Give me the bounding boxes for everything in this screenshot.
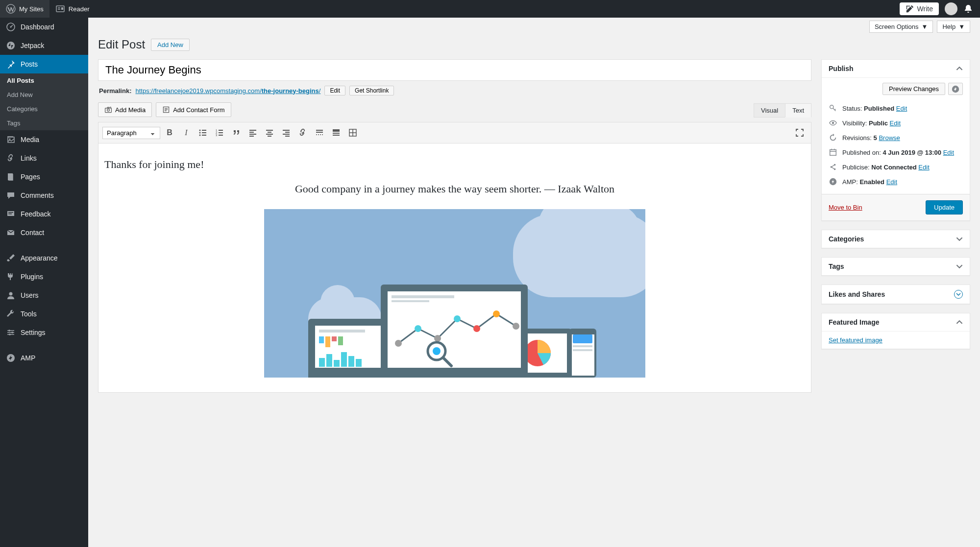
svg-rect-48 <box>268 136 271 137</box>
panel-likes-head[interactable]: Likes and Shares <box>822 285 970 304</box>
align-right-button[interactable] <box>279 125 294 140</box>
link-button[interactable] <box>295 125 310 140</box>
panel-tags: Tags <box>821 257 970 276</box>
edit-amp-link[interactable]: Edit <box>886 178 897 186</box>
menu-appearance[interactable]: Appearance <box>0 249 88 267</box>
admin-top-bar: My Sites Reader Write <box>0 0 980 18</box>
insert-table-button[interactable] <box>345 125 360 140</box>
visibility-value: Public <box>869 119 888 127</box>
panel-categories-head[interactable]: Categories <box>822 230 970 248</box>
panel-title: Categories <box>829 235 864 243</box>
italic-button[interactable]: I <box>179 125 194 140</box>
bolt-icon <box>952 85 959 93</box>
quote-button[interactable] <box>229 125 244 140</box>
user-avatar[interactable] <box>945 2 957 15</box>
move-to-bin-link[interactable]: Move to Bin <box>829 204 862 211</box>
tab-text[interactable]: Text <box>785 103 811 118</box>
editor-content[interactable]: Thanks for joining me! Good company in a… <box>98 143 811 392</box>
write-icon <box>906 4 914 13</box>
wp-logo-btn[interactable]: My Sites <box>0 0 49 18</box>
permalink-link[interactable]: https://freelancejoe2019.wpcomstaging.co… <box>135 87 320 95</box>
svg-rect-49 <box>283 130 290 131</box>
write-button[interactable]: Write <box>900 2 939 15</box>
permalink-base: https://freelancejoe2019.wpcomstaging.co… <box>135 87 261 95</box>
menu-tools[interactable]: Tools <box>0 305 88 323</box>
svg-point-20 <box>11 332 13 333</box>
editor-toolbar: Paragraph B I 123 <box>98 122 811 143</box>
svg-rect-56 <box>333 133 340 134</box>
edit-visibility-link[interactable]: Edit <box>890 119 901 127</box>
caret-down-icon: ▼ <box>958 23 965 30</box>
sub-tags[interactable]: Tags <box>0 116 88 130</box>
menu-jetpack[interactable]: Jetpack <box>0 36 88 55</box>
reader-btn[interactable]: Reader <box>49 0 96 18</box>
svg-point-69 <box>433 347 441 355</box>
set-featured-image-link[interactable]: Set featured image <box>829 336 882 344</box>
bullet-list-button[interactable] <box>196 125 210 140</box>
panel-tags-head[interactable]: Tags <box>822 258 970 275</box>
update-button[interactable]: Update <box>926 200 963 214</box>
sub-add-new[interactable]: Add New <box>0 88 88 102</box>
svg-rect-6 <box>906 6 906 9</box>
reader-label: Reader <box>69 5 90 13</box>
post-title-input[interactable] <box>98 59 811 81</box>
comment-icon <box>6 190 16 200</box>
edit-slug-button[interactable]: Edit <box>324 86 345 95</box>
menu-users[interactable]: Users <box>0 286 88 305</box>
help-btn[interactable]: Help ▼ <box>937 21 970 33</box>
menu-media[interactable]: Media <box>0 130 88 149</box>
menu-contact[interactable]: Contact <box>0 223 88 242</box>
panel-featured-head[interactable]: Featured Image <box>822 313 970 332</box>
svg-rect-39 <box>219 132 223 133</box>
sub-categories[interactable]: Categories <box>0 102 88 116</box>
edit-status-link[interactable]: Edit <box>896 105 907 112</box>
edit-date-link[interactable]: Edit <box>943 149 954 156</box>
align-center-button[interactable] <box>262 125 277 140</box>
menu-links[interactable]: Links <box>0 149 88 167</box>
menu-posts[interactable]: Posts <box>0 55 88 73</box>
align-left-button[interactable] <box>245 125 260 140</box>
panel-title: Likes and Shares <box>829 290 885 298</box>
more-button[interactable] <box>312 125 327 140</box>
menu-settings[interactable]: Settings <box>0 323 88 342</box>
menu-feedback[interactable]: Feedback <box>0 205 88 223</box>
svg-text:3: 3 <box>216 134 218 137</box>
svg-point-67 <box>513 323 519 330</box>
menu-comments[interactable]: Comments <box>0 186 88 205</box>
svg-point-19 <box>8 330 10 332</box>
amp-preview-button[interactable] <box>948 83 963 95</box>
admin-sidebar: Dashboard Jetpack Posts All Posts Add Ne… <box>0 18 88 403</box>
svg-point-8 <box>10 26 12 28</box>
bold-button[interactable]: B <box>162 125 177 140</box>
browse-revisions-link[interactable]: Browse <box>879 134 900 142</box>
menu-pages[interactable]: Pages <box>0 167 88 186</box>
status-label: Status: <box>842 105 862 112</box>
svg-rect-75 <box>830 150 836 156</box>
menu-amp[interactable]: AMP <box>0 349 88 367</box>
screen-options-btn[interactable]: Screen Options ▼ <box>869 21 933 33</box>
svg-point-21 <box>9 333 11 335</box>
revisions-value: 5 <box>874 134 877 142</box>
amp-icon <box>6 353 16 363</box>
publicise-label: Publicise: <box>842 164 870 171</box>
add-new-button[interactable]: Add New <box>151 39 190 51</box>
add-contact-form-button[interactable]: Add Contact Form <box>156 102 231 117</box>
add-media-button[interactable]: Add Media <box>98 102 152 117</box>
content-paragraph: Thanks for joining me! <box>104 158 805 171</box>
link-icon <box>6 153 16 163</box>
numbered-list-button[interactable]: 123 <box>212 125 227 140</box>
menu-label: Settings <box>21 329 46 336</box>
fullscreen-button[interactable] <box>792 125 807 140</box>
notifications-icon[interactable] <box>963 4 973 14</box>
tab-visual[interactable]: Visual <box>754 103 785 118</box>
preview-changes-button[interactable]: Preview Changes <box>882 83 945 95</box>
menu-plugins[interactable]: Plugins <box>0 267 88 286</box>
format-select[interactable]: Paragraph <box>102 127 160 139</box>
panel-publish-head[interactable]: Publish <box>822 60 970 78</box>
get-shortlink-button[interactable]: Get Shortlink <box>349 86 394 95</box>
menu-dashboard[interactable]: Dashboard <box>0 18 88 36</box>
toolbar-toggle-button[interactable] <box>329 125 343 140</box>
edit-publicise-link[interactable]: Edit <box>918 164 929 171</box>
sub-all-posts[interactable]: All Posts <box>0 73 88 88</box>
svg-point-24 <box>107 109 110 111</box>
